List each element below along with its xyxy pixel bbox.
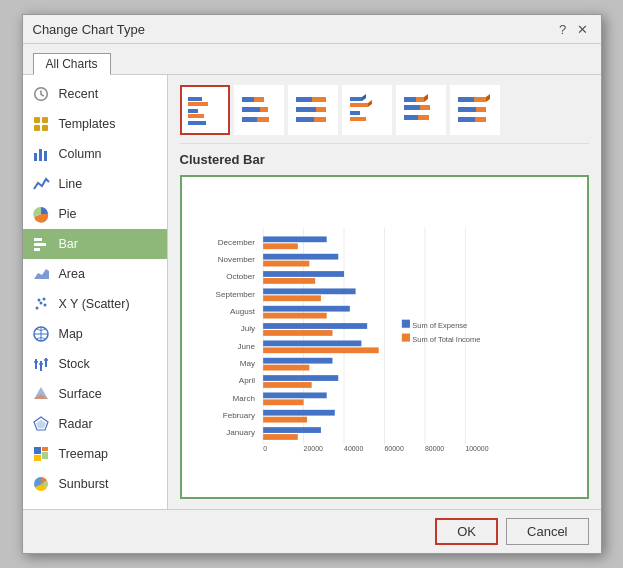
chart-type-3d-100-stacked-bar[interactable] [450, 85, 500, 135]
svg-rect-78 [458, 97, 474, 102]
chart-type-100-stacked-bar[interactable] [288, 85, 338, 135]
svg-rect-3 [42, 125, 48, 131]
svg-point-15 [42, 298, 45, 301]
ok-button[interactable]: OK [435, 518, 498, 545]
column-icon [31, 144, 51, 164]
map-icon [31, 324, 51, 344]
svg-rect-1 [42, 117, 48, 123]
svg-marker-73 [424, 94, 428, 102]
svg-rect-116 [263, 295, 321, 301]
sidebar-label-sunburst: Sunburst [59, 477, 109, 491]
sidebar-item-stock[interactable]: Stock [23, 349, 167, 379]
svg-rect-69 [350, 111, 360, 115]
sidebar-item-radar[interactable]: Radar [23, 409, 167, 439]
svg-text:August: August [229, 307, 255, 316]
svg-text:March: March [232, 394, 254, 403]
tab-all-charts[interactable]: All Charts [33, 53, 111, 75]
svg-rect-9 [34, 248, 40, 251]
svg-rect-62 [316, 107, 326, 112]
sidebar-item-recent[interactable]: Recent [23, 79, 167, 109]
sidebar-item-area[interactable]: Area [23, 259, 167, 289]
sunburst-icon [31, 474, 51, 494]
svg-rect-67 [350, 103, 368, 107]
svg-rect-56 [260, 107, 268, 112]
svg-rect-49 [188, 102, 208, 106]
line-icon [31, 174, 51, 194]
sidebar-item-line[interactable]: Line [23, 169, 167, 199]
svg-text:40000: 40000 [344, 445, 363, 452]
svg-rect-118 [263, 313, 327, 319]
svg-rect-63 [296, 117, 314, 122]
svg-text:Sum of Expense: Sum of Expense [412, 321, 467, 330]
svg-rect-83 [458, 117, 475, 122]
svg-rect-128 [263, 399, 303, 405]
chart-type-3d-clustered-bar[interactable] [342, 85, 392, 135]
sidebar-item-bar[interactable]: Bar [23, 229, 167, 259]
chart-type-stacked-bar[interactable] [234, 85, 284, 135]
svg-rect-59 [296, 97, 312, 102]
preview-area: December November October September Augu… [180, 175, 589, 499]
svg-rect-82 [476, 107, 486, 112]
svg-rect-75 [420, 105, 430, 110]
sidebar-item-xy-scatter[interactable]: X Y (Scatter) [23, 289, 167, 319]
svg-rect-112 [263, 261, 309, 267]
svg-rect-122 [263, 347, 379, 353]
svg-rect-30 [34, 455, 41, 461]
radar-icon [31, 414, 51, 434]
sidebar-label-area: Area [59, 267, 85, 281]
dialog-body: All Charts Recent Templates [23, 44, 601, 509]
sidebar-item-map[interactable]: Map [23, 319, 167, 349]
help-button[interactable]: ? [555, 21, 571, 37]
chart-type-clustered-bar[interactable] [180, 85, 230, 135]
svg-rect-120 [263, 330, 332, 336]
sidebar-item-surface[interactable]: Surface [23, 379, 167, 409]
dialog-title: Change Chart Type [33, 22, 146, 37]
svg-rect-51 [188, 114, 204, 118]
svg-text:February: February [222, 411, 255, 420]
sidebar-item-sunburst[interactable]: Sunburst [23, 469, 167, 499]
svg-rect-28 [42, 447, 48, 451]
recent-icon [31, 84, 51, 104]
svg-text:December: December [217, 238, 255, 247]
svg-marker-80 [486, 94, 490, 102]
svg-text:80000: 80000 [424, 445, 443, 452]
svg-rect-48 [188, 97, 202, 101]
svg-rect-71 [404, 97, 416, 102]
svg-rect-127 [263, 392, 327, 398]
pie-icon [31, 204, 51, 224]
svg-rect-29 [42, 452, 48, 459]
dialog: Change Chart Type ? ✕ All Charts Recent [22, 14, 602, 554]
svg-text:June: June [237, 342, 255, 351]
svg-point-14 [37, 299, 40, 302]
sidebar-item-treemap[interactable]: Treemap [23, 439, 167, 469]
svg-rect-123 [263, 358, 332, 364]
cancel-button[interactable]: Cancel [506, 518, 588, 545]
main-content: Recent Templates Column [23, 75, 601, 509]
chart-types-row [180, 85, 589, 144]
area-icon [31, 264, 51, 284]
svg-text:January: January [226, 428, 256, 437]
svg-rect-111 [263, 254, 338, 260]
sidebar-item-histogram[interactable]: Histogram [23, 499, 167, 509]
svg-rect-119 [263, 323, 367, 329]
svg-rect-8 [34, 243, 46, 246]
svg-rect-60 [312, 97, 326, 102]
svg-rect-130 [263, 417, 307, 423]
sidebar-item-column[interactable]: Column [23, 139, 167, 169]
svg-rect-58 [257, 117, 269, 122]
title-controls: ? ✕ [555, 21, 591, 37]
svg-rect-0 [34, 117, 40, 123]
svg-text:July: July [240, 324, 255, 333]
sidebar-label-xy-scatter: X Y (Scatter) [59, 297, 130, 311]
sidebar-item-pie[interactable]: Pie [23, 199, 167, 229]
svg-rect-54 [254, 97, 264, 102]
sidebar-label-pie: Pie [59, 207, 77, 221]
svg-rect-61 [296, 107, 316, 112]
svg-rect-5 [39, 149, 42, 161]
footer: OK Cancel [23, 509, 601, 553]
close-button[interactable]: ✕ [575, 21, 591, 37]
svg-rect-124 [263, 365, 309, 371]
sidebar-label-map: Map [59, 327, 83, 341]
chart-type-3d-stacked-bar[interactable] [396, 85, 446, 135]
sidebar-item-templates[interactable]: Templates [23, 109, 167, 139]
